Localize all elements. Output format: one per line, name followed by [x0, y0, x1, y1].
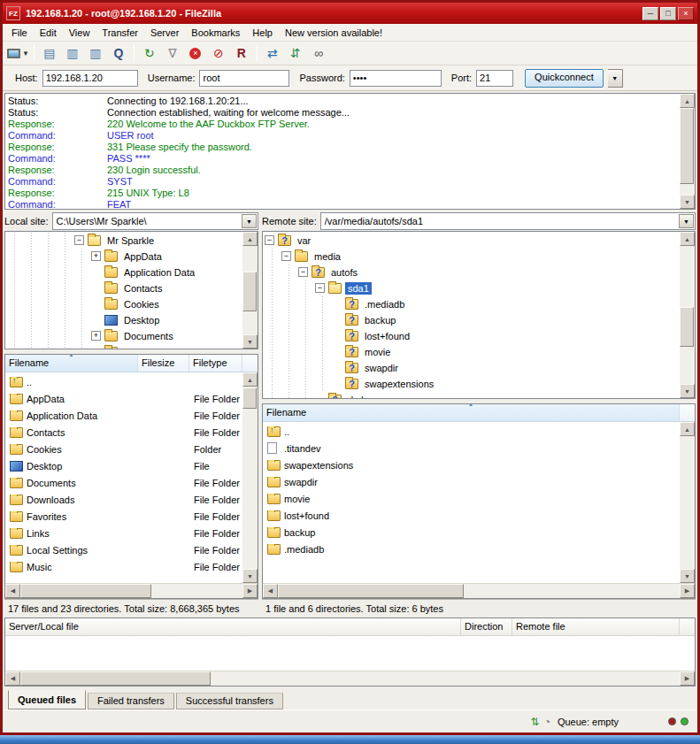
remote-tree-item-swapextensions[interactable]: ?swapextensions	[265, 376, 679, 392]
remote-tree-item-lost-found[interactable]: ?lost+found	[265, 328, 679, 344]
remote-file-row-up-directory[interactable]: ↑..	[264, 423, 680, 440]
toggle-remote-tree-icon[interactable]: ▥	[85, 43, 106, 63]
scroll-right-icon[interactable]: ▶	[242, 584, 258, 598]
menu-item-server[interactable]: Server	[144, 26, 185, 40]
queue-column-remote-file[interactable]: Remote file	[512, 618, 680, 635]
close-button[interactable]: ×	[678, 7, 694, 20]
collapse-icon[interactable]: −	[74, 235, 84, 245]
scrollbar-thumb[interactable]	[680, 108, 694, 184]
local-file-row-contacts[interactable]: ContactsFile Folder	[6, 424, 242, 441]
disconnect-icon[interactable]: ⊘	[208, 43, 229, 63]
local-tree-item-contacts[interactable]: Contacts	[7, 280, 242, 296]
scroll-left-icon[interactable]: ◀	[5, 584, 20, 598]
reconnect-icon[interactable]: R	[231, 43, 252, 63]
toggle-message-log-icon[interactable]: ▤	[39, 43, 60, 63]
collapse-icon[interactable]: −	[265, 235, 274, 245]
remote-tree-item-media[interactable]: −media	[265, 249, 679, 265]
menu-item-transfer[interactable]: Transfer	[96, 26, 144, 40]
menu-item-edit[interactable]: Edit	[34, 26, 63, 40]
local-column-header-filetype[interactable]: Filetype	[189, 355, 242, 372]
scrollbar-thumb[interactable]	[680, 307, 694, 347]
scroll-up-icon[interactable]: ▲	[242, 372, 258, 387]
local-tree-item-cookies[interactable]: Cookies	[7, 296, 242, 312]
menu-item-bookmarks[interactable]: Bookmarks	[185, 26, 246, 40]
remote-column-header-filename[interactable]: Filename▲	[263, 404, 680, 421]
remote-horizontal-scrollbar[interactable]: ◀▶	[263, 583, 695, 598]
menu-item-view[interactable]: View	[63, 26, 96, 40]
local-tree-item-desktop[interactable]: Desktop	[7, 312, 242, 328]
local-column-header-filesize[interactable]: Filesize	[138, 355, 189, 372]
remote-tree-item-swapdir[interactable]: ?swapdir	[265, 360, 679, 376]
local-file-row-application-data[interactable]: Application DataFile Folder	[6, 407, 242, 424]
scroll-down-icon[interactable]: ▼	[242, 569, 258, 583]
maximize-button[interactable]: □	[660, 7, 676, 20]
toggle-local-tree-icon[interactable]: ▥	[62, 43, 83, 63]
scrollbar-thumb[interactable]	[242, 272, 257, 311]
remote-site-dropdown-icon[interactable]: ▼	[679, 214, 694, 228]
scroll-down-icon[interactable]: ▼	[242, 334, 258, 349]
host-input[interactable]	[42, 70, 138, 87]
local-tree-item-appdata[interactable]: +AppData	[7, 249, 242, 265]
remote-tree-item-dvd[interactable]: ?dvd	[265, 392, 679, 399]
scroll-up-icon[interactable]: ▲	[680, 422, 695, 436]
scroll-up-icon[interactable]: ▲	[680, 94, 695, 108]
collapse-icon[interactable]: −	[298, 267, 308, 277]
local-file-row-downloads[interactable]: DownloadsFile Folder	[6, 491, 242, 508]
tab-successful-transfers[interactable]: Successful transfers	[176, 693, 283, 709]
scrollbar-thumb[interactable]	[278, 584, 464, 598]
remote-site-combo[interactable]: /var/media/autofs/sda1 ▼	[320, 212, 696, 230]
local-file-row-music[interactable]: MusicFile Folder	[6, 558, 242, 575]
remote-file-row-backup[interactable]: backup	[264, 524, 680, 541]
local-tree-item-mr-sparkle[interactable]: −Mr Sparkle	[7, 233, 242, 249]
scroll-left-icon[interactable]: ◀	[5, 671, 20, 686]
remote-vertical-scrollbar[interactable]: ▲▼	[680, 422, 695, 583]
menu-item-file[interactable]: File	[5, 26, 34, 40]
local-site-combo[interactable]: C:\Users\Mr Sparkle\ ▼	[52, 212, 258, 230]
directory-comparison-icon[interactable]: ⇄	[262, 43, 283, 63]
local-file-row-cookies[interactable]: CookiesFolder	[6, 441, 242, 457]
collapse-icon[interactable]: −	[281, 251, 291, 261]
log-vertical-scrollbar[interactable]: ▲▼	[680, 94, 695, 209]
local-horizontal-scrollbar[interactable]: ◀▶	[5, 583, 258, 598]
local-file-row-local-settings[interactable]: Local SettingsFile Folder	[6, 541, 242, 558]
local-site-dropdown-icon[interactable]: ▼	[242, 214, 257, 228]
menu-item-new-version-available[interactable]: New version available!	[279, 26, 388, 40]
queue-column-server-local-file[interactable]: Server/Local file	[5, 618, 461, 635]
refresh-icon[interactable]: ↻	[139, 43, 160, 63]
tab-failed-transfers[interactable]: Failed transfers	[88, 693, 174, 709]
local-file-row-links[interactable]: LinksFile Folder	[6, 525, 242, 541]
find-files-icon[interactable]: ∞	[308, 43, 329, 63]
scroll-down-icon[interactable]: ▼	[680, 195, 695, 209]
expand-icon[interactable]: +	[91, 331, 101, 341]
scroll-up-icon[interactable]: ▲	[242, 232, 258, 246]
title-bar[interactable]: FZ 192.168.1.20 - root@192.168.1.20 - Fi…	[3, 3, 697, 24]
local-vertical-scrollbar[interactable]: ▲▼	[242, 372, 258, 583]
tab-queued-files[interactable]: Queued files	[8, 690, 86, 709]
remote-tree-item-sda1[interactable]: −sda1	[265, 280, 679, 296]
site-manager-icon[interactable]: ▼	[7, 43, 29, 63]
queue-column-direction[interactable]: Direction	[461, 618, 512, 635]
scroll-down-icon[interactable]: ▼	[680, 384, 695, 398]
remote-tree-item-autofs[interactable]: −?autofs	[265, 265, 679, 280]
quickconnect-button[interactable]: Quickconnect	[525, 69, 604, 88]
local-file-row-favorites[interactable]: FavoritesFile Folder	[6, 508, 242, 525]
remote-file-row-titandev[interactable]: .titandev	[264, 440, 680, 456]
scroll-left-icon[interactable]: ◀	[263, 584, 278, 598]
queue-horizontal-scrollbar[interactable]: ◀▶	[5, 671, 695, 686]
local-file-row-up-directory[interactable]: ↑..	[6, 373, 242, 390]
local-column-header-filename[interactable]: Filename▲	[5, 355, 138, 372]
remote-file-row-swapdir[interactable]: swapdir	[264, 473, 680, 490]
menu-item-help[interactable]: Help	[246, 26, 279, 40]
scrollbar-thumb[interactable]	[20, 671, 211, 686]
local-tree-item-documents[interactable]: +Documents	[7, 328, 242, 344]
local-file-row-desktop[interactable]: DesktopFile	[6, 457, 242, 474]
cancel-icon[interactable]: ×	[185, 43, 206, 63]
scrollbar-thumb[interactable]	[242, 387, 257, 409]
scroll-up-icon[interactable]: ▲	[680, 232, 695, 246]
scroll-down-icon[interactable]: ▼	[680, 569, 695, 583]
scroll-right-icon[interactable]: ▶	[680, 584, 695, 598]
local-tree-item-application-data[interactable]: Application Data	[7, 265, 242, 280]
username-input[interactable]	[199, 70, 289, 87]
remote-file-row-swapextensions[interactable]: swapextensions	[264, 456, 680, 473]
remote-file-row-lost-found[interactable]: lost+found	[264, 507, 680, 524]
